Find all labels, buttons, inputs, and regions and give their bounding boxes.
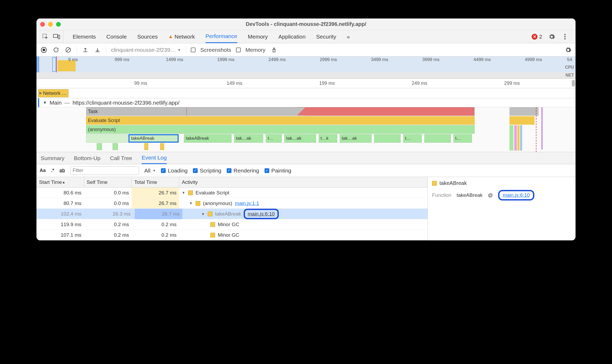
tab-memory[interactable]: Memory <box>248 30 268 43</box>
overview-tick: 3999 ms <box>422 57 439 62</box>
memory-label: Memory <box>245 47 266 53</box>
flame-fn-selected[interactable]: takeABreak <box>128 134 179 143</box>
memory-checkbox[interactable] <box>236 48 241 52</box>
activity-color-icon <box>210 222 215 227</box>
profile-select[interactable]: clinquant-mousse-2f239… ▼ <box>111 47 181 53</box>
details-source-link[interactable]: main.js:6:10 <box>503 192 530 198</box>
flame-fn-bar[interactable] <box>86 134 128 143</box>
flame-chart[interactable]: Task Evaluate Script (anonymous) takeABr… <box>36 107 576 152</box>
col-total-time[interactable]: Total Time <box>132 177 179 187</box>
flame-fn-bar[interactable]: tak…ak <box>234 134 263 143</box>
disclosure-triangle-icon[interactable]: ▼ <box>201 212 205 216</box>
inspect-element-icon[interactable] <box>42 33 49 40</box>
scripting-color-icon <box>432 181 437 186</box>
tab-network[interactable]: ▲ Network <box>168 30 195 43</box>
cell-start: 102.4 ms <box>36 209 84 219</box>
flame-slice[interactable] <box>517 125 520 151</box>
flame-fn-bar[interactable]: t… <box>453 134 472 143</box>
detail-ruler[interactable]: 99 ms 149 ms 199 ms 249 ms 299 ms <box>36 79 576 88</box>
flame-micro-bar[interactable] <box>160 143 164 150</box>
flame-slice[interactable] <box>509 116 535 125</box>
activity-color-icon <box>210 233 215 237</box>
disclosure-triangle-icon[interactable]: ▼ <box>182 191 186 195</box>
disclosure-triangle-icon[interactable]: ▼ <box>189 201 193 205</box>
flame-task-bar[interactable]: Task <box>86 107 187 116</box>
subtab-event-log[interactable]: Event Log <box>142 152 167 164</box>
tab-more[interactable]: » <box>347 30 350 43</box>
vertical-scrollbar[interactable] <box>572 80 575 87</box>
flame-fn-bar[interactable]: t… <box>266 134 282 143</box>
overview-tick: 4499 ms <box>474 57 491 62</box>
kebab-menu-icon[interactable] <box>561 33 569 40</box>
overview-selection-box[interactable] <box>52 57 56 72</box>
col-start-time[interactable]: Start Time <box>36 177 84 187</box>
painting-checkbox[interactable] <box>265 168 269 173</box>
network-track[interactable]: Network … <box>36 88 576 98</box>
upload-profile-icon[interactable] <box>82 46 89 54</box>
subtab-bottom-up[interactable]: Bottom-Up <box>74 152 100 164</box>
rendering-checkbox[interactable] <box>227 168 231 173</box>
subtab-call-tree[interactable]: Call Tree <box>110 152 132 164</box>
track-active-indicator <box>38 98 39 107</box>
tab-application[interactable]: Application <box>279 30 306 43</box>
duration-select[interactable]: All ▼ <box>144 167 156 174</box>
source-link[interactable]: main.js:1:1 <box>235 200 262 206</box>
tab-performance[interactable]: Performance <box>206 30 237 43</box>
col-activity[interactable]: Activity <box>179 177 428 187</box>
garbage-collect-icon[interactable] <box>270 46 278 54</box>
flame-slice[interactable] <box>520 125 522 151</box>
flame-fn-bar[interactable]: tak…ak <box>284 134 316 143</box>
overview-timeline[interactable]: 9 ms 999 ms 1499 ms 1999 ms 2499 ms 2999… <box>36 57 576 79</box>
screenshots-checkbox[interactable] <box>191 48 196 52</box>
flame-micro-bar[interactable] <box>97 143 102 150</box>
flame-anonymous-bar[interactable]: (anonymous) <box>86 125 475 134</box>
profile-select-label: clinquant-mousse-2f239… <box>111 47 176 53</box>
flame-fn-bar[interactable] <box>424 134 451 143</box>
event-row[interactable]: 102.4 ms26.3 ms26.7 ms▼takeABreakmain.js… <box>36 209 428 219</box>
download-profile-icon[interactable] <box>94 46 101 54</box>
source-link[interactable]: main.js:6:10 <box>244 209 279 219</box>
flame-task-long-bar[interactable] <box>187 107 475 116</box>
event-row[interactable]: 119.9 ms0.2 ms0.2 msMinor GC <box>36 219 428 230</box>
reload-button[interactable] <box>52 46 60 54</box>
network-track-header[interactable]: Network … <box>38 89 68 97</box>
event-row[interactable]: 80.7 ms0.0 ms26.7 ms▼(anonymous)main.js:… <box>36 198 428 209</box>
flame-fn-bar[interactable]: takeABreak <box>184 134 231 143</box>
filter-input[interactable] <box>70 166 139 175</box>
tab-security[interactable]: Security <box>316 30 336 43</box>
event-row[interactable]: 80.6 ms0.0 ms26.7 ms▼Evaluate Script <box>36 188 428 198</box>
flame-micro-bar[interactable] <box>144 143 148 150</box>
cell-self: 0.0 ms <box>84 198 132 208</box>
flame-fn-bar[interactable]: t…k <box>319 134 337 143</box>
flame-slice[interactable] <box>509 107 539 116</box>
flame-slice[interactable] <box>514 125 517 151</box>
event-row[interactable]: 107.1 ms0.2 ms0.2 msMinor GC <box>36 230 428 240</box>
match-case-toggle[interactable]: Aa <box>40 168 46 173</box>
scripting-checkbox[interactable] <box>193 168 198 173</box>
main-track-header[interactable]: ▼ Main — https://clinquant-mousse-2f2396… <box>36 98 576 107</box>
flame-slice[interactable] <box>541 107 543 150</box>
capture-settings-icon[interactable] <box>564 46 572 54</box>
overview-left-handle[interactable] <box>36 57 39 72</box>
record-button[interactable] <box>40 46 48 54</box>
flame-fn-bar[interactable] <box>374 134 401 143</box>
settings-gear-icon[interactable] <box>548 33 555 40</box>
subtab-summary[interactable]: Summary <box>41 152 64 164</box>
disclosure-triangle-icon[interactable]: ▼ <box>43 100 47 105</box>
flame-micro-bar[interactable] <box>113 143 118 150</box>
perf-toolbar: clinquant-mousse-2f239… ▼ Screenshots Me… <box>36 43 576 57</box>
tab-sources[interactable]: Sources <box>137 30 158 43</box>
error-badge[interactable]: ✕ 2 <box>532 34 542 40</box>
loading-checkbox[interactable] <box>161 168 166 173</box>
tab-elements[interactable]: Elements <box>73 30 96 43</box>
tab-console[interactable]: Console <box>106 30 127 43</box>
flame-fn-bar[interactable]: tak…ak <box>340 134 372 143</box>
flame-evaluate-script-bar[interactable]: Evaluate Script <box>86 116 475 125</box>
whole-word-toggle[interactable]: ab <box>59 168 65 173</box>
col-self-time[interactable]: Self Time <box>84 177 132 187</box>
clear-button[interactable] <box>64 46 72 54</box>
flame-fn-bar[interactable]: t… <box>403 134 422 143</box>
device-toolbar-icon[interactable] <box>53 33 60 40</box>
regex-toggle[interactable]: .* <box>51 168 54 173</box>
flame-slice[interactable] <box>509 125 513 151</box>
